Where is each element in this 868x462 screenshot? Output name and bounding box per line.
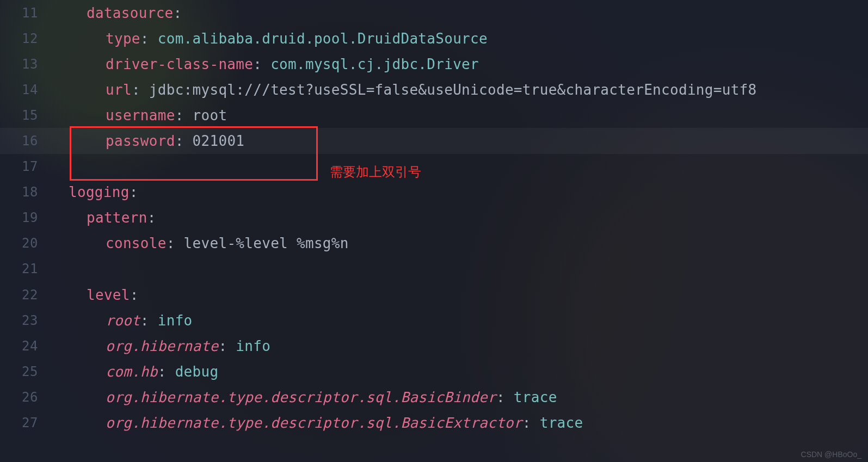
code-line[interactable]: 23root: info [0, 307, 868, 333]
token-key-italic: root [106, 312, 140, 329]
token-key: type [106, 30, 140, 47]
line-number: 21 [0, 261, 51, 276]
code-line[interactable]: 19pattern: [0, 205, 868, 231]
token-punc: : [496, 389, 514, 405]
line-content[interactable]: driver-class-name: com.mysql.cj.jdbc.Dri… [51, 56, 868, 72]
line-number: 12 [0, 31, 51, 46]
line-number: 16 [0, 133, 51, 149]
token-punc: : [253, 56, 270, 72]
token-punc: : [167, 235, 184, 251]
line-number: 25 [0, 364, 51, 379]
code-line[interactable]: 20console: level-%level %msg%n [0, 231, 868, 256]
token-punc: : [174, 5, 182, 21]
code-line[interactable]: 22level: [0, 282, 868, 307]
code-line[interactable]: 16password: 021001 [0, 128, 868, 153]
token-key: level [87, 287, 130, 303]
code-editor[interactable]: 11datasource:12type: com.alibaba.druid.p… [0, 0, 868, 462]
line-content[interactable]: datasource: [51, 5, 868, 21]
line-number: 22 [0, 287, 51, 303]
token-key-italic: org.hibernate.type.descriptor.sql.BasicE… [106, 415, 522, 431]
token-key: datasource [87, 5, 174, 21]
line-content[interactable]: pattern: [51, 210, 868, 226]
line-number: 26 [0, 390, 51, 405]
token-key-italic: org.hibernate [106, 338, 218, 354]
code-line[interactable]: 17 [0, 154, 868, 180]
token-punc: : [132, 82, 149, 98]
token-punc: : [175, 107, 193, 124]
token-val: root [193, 107, 227, 124]
code-line[interactable]: 25com.hb: debug [0, 359, 868, 384]
token-punc: : [218, 338, 236, 354]
line-content[interactable]: org.hibernate: info [51, 338, 868, 354]
token-str: trace [514, 389, 557, 405]
token-punc: : [522, 415, 540, 431]
token-key: driver-class-name [106, 56, 253, 72]
line-content[interactable]: org.hibernate.type.descriptor.sql.BasicE… [51, 415, 868, 431]
token-key-italic: com.hb [106, 364, 158, 380]
code-line[interactable]: 13driver-class-name: com.mysql.cj.jdbc.D… [0, 51, 868, 77]
line-number: 18 [0, 184, 51, 200]
token-punc: : [158, 364, 175, 380]
token-key-italic: org.hibernate.type.descriptor.sql.BasicB… [106, 389, 496, 405]
line-content[interactable]: password: 021001 [51, 133, 868, 149]
token-str: com.mysql.cj.jdbc.Driver [270, 56, 479, 72]
code-line[interactable]: 14url: jdbc:mysql:///test?useSSL=false&u… [0, 77, 868, 102]
code-line[interactable]: 18logging: [0, 180, 868, 205]
token-str: trace [540, 415, 583, 431]
token-punc: : [175, 133, 193, 149]
token-key: pattern [87, 210, 147, 226]
code-line[interactable]: 21 [0, 256, 868, 282]
token-punc: : [140, 30, 158, 47]
code-container: 11datasource:12type: com.alibaba.druid.p… [0, 0, 868, 462]
code-line[interactable]: 26org.hibernate.type.descriptor.sql.Basi… [0, 384, 868, 410]
token-val: level-%level %msg%n [184, 235, 349, 251]
code-line[interactable]: 12type: com.alibaba.druid.pool.DruidData… [0, 26, 868, 51]
token-key: password [106, 133, 175, 149]
token-key: username [106, 107, 175, 124]
line-number: 11 [0, 5, 51, 21]
watermark: CSDN @HBoOo_ [801, 450, 861, 459]
token-punc: : [140, 312, 158, 329]
line-number: 15 [0, 108, 51, 123]
line-number: 27 [0, 415, 51, 430]
token-str: com.alibaba.druid.pool.DruidDataSource [158, 30, 488, 47]
line-content[interactable]: url: jdbc:mysql:///test?useSSL=false&use… [51, 82, 868, 98]
token-str: info [236, 338, 270, 354]
code-line[interactable]: 15username: root [0, 102, 868, 128]
line-number: 13 [0, 57, 51, 72]
token-key: logging [69, 184, 130, 200]
line-content[interactable]: username: root [51, 107, 868, 124]
line-number: 24 [0, 338, 51, 354]
line-number: 14 [0, 82, 51, 97]
line-content[interactable]: level: [51, 287, 868, 303]
annotation-label: 需要加上双引号 [330, 163, 421, 181]
line-content[interactable]: org.hibernate.type.descriptor.sql.BasicB… [51, 389, 868, 405]
line-number: 20 [0, 236, 51, 251]
line-content[interactable]: logging: [51, 184, 868, 200]
line-number: 23 [0, 313, 51, 328]
token-punc: : [130, 287, 139, 303]
line-number: 17 [0, 159, 51, 174]
token-str: info [158, 312, 193, 329]
line-content[interactable]: root: info [51, 312, 868, 329]
line-content[interactable]: type: com.alibaba.druid.pool.DruidDataSo… [51, 30, 868, 47]
token-key: console [106, 235, 167, 251]
line-content[interactable]: com.hb: debug [51, 364, 868, 380]
line-content[interactable]: console: level-%level %msg%n [51, 235, 868, 251]
token-str: debug [175, 364, 219, 380]
code-line[interactable]: 11datasource: [0, 0, 868, 26]
token-key: url [106, 82, 132, 98]
line-number: 19 [0, 210, 51, 225]
token-punc: : [147, 210, 156, 226]
token-val: 021001 [193, 133, 245, 149]
token-punc: : [130, 184, 138, 200]
code-line[interactable]: 24org.hibernate: info [0, 333, 868, 359]
token-val: jdbc:mysql:///test?useSSL=false&useUnico… [149, 82, 757, 98]
code-line[interactable]: 27org.hibernate.type.descriptor.sql.Basi… [0, 410, 868, 436]
